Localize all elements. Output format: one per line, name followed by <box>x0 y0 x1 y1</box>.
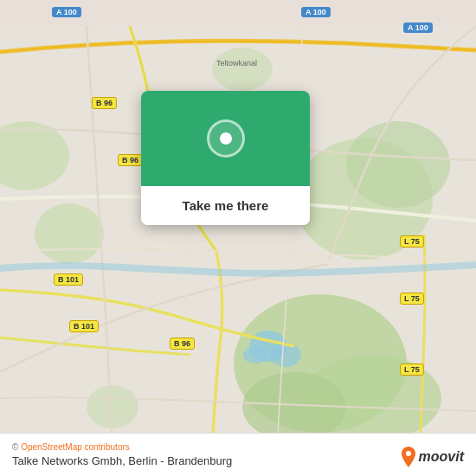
svg-point-10 <box>270 343 301 367</box>
map-container: A 100 A 100 A 100 B 96 B 96 B 96 B 101 B… <box>0 0 476 476</box>
road-badge-a100-2: A 100 <box>301 7 331 17</box>
svg-point-13 <box>406 451 411 456</box>
svg-point-4 <box>35 203 104 264</box>
pin-dot <box>220 132 232 145</box>
take-me-there-button[interactable]: Take me there <box>141 186 310 225</box>
moovit-text: moovit <box>419 449 464 465</box>
road-badge-b96-1: B 96 <box>92 97 117 109</box>
bottom-bar: © OpenStreetMap contributors Talke Netwo… <box>0 433 476 476</box>
map-label-teltowkanal: Teltowkanal <box>216 59 257 68</box>
osm-link[interactable]: OpenStreetMap contributors <box>21 442 130 452</box>
svg-point-2 <box>346 121 450 208</box>
road-badge-l75-2: L 75 <box>400 293 424 305</box>
road-badge-b101-1: B 101 <box>54 273 83 286</box>
road-badge-b101-2: B 101 <box>69 320 99 332</box>
road-badge-a100-1: A 100 <box>52 7 81 17</box>
location-name: Talke Networks Gmbh, Berlin - Brandenbur… <box>12 454 464 467</box>
road-badge-l75-3: L 75 <box>400 363 424 376</box>
road-badge-l75-1: L 75 <box>400 235 424 248</box>
location-pin <box>207 119 245 158</box>
svg-point-5 <box>87 385 138 428</box>
location-popup: Take me there <box>141 91 310 225</box>
road-badge-b96-3: B 96 <box>170 338 195 350</box>
svg-point-12 <box>212 48 273 91</box>
popup-header <box>141 91 310 186</box>
moovit-pin-icon <box>400 447 417 467</box>
moovit-logo: moovit <box>400 447 464 467</box>
attribution: © OpenStreetMap contributors <box>12 442 464 452</box>
svg-point-11 <box>243 346 267 363</box>
road-badge-a100-3: A 100 <box>403 23 433 33</box>
road-badge-b96-2: B 96 <box>118 154 143 166</box>
